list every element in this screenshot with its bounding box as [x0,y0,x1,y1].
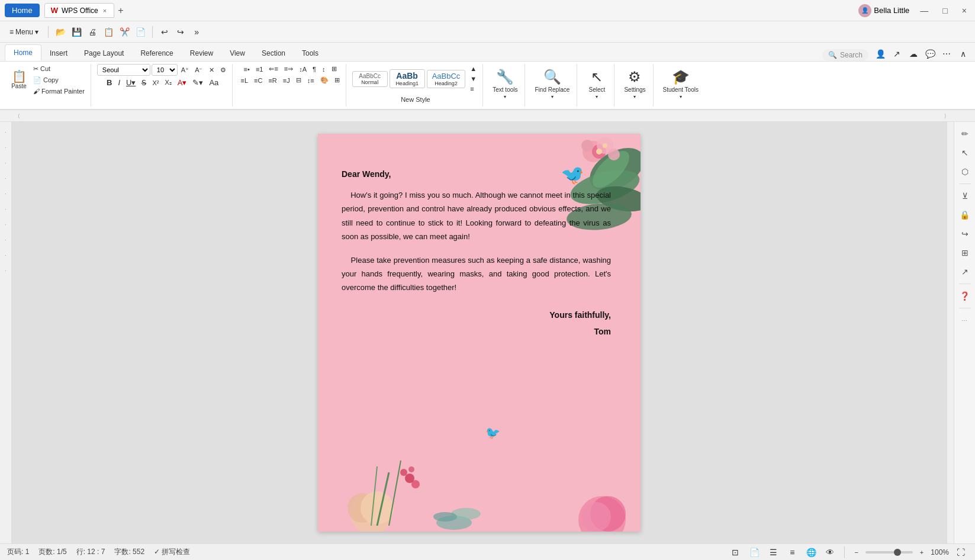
collapse-ribbon-icon[interactable]: ∧ [956,47,970,61]
outline-view-icon[interactable]: ≡ [785,545,799,559]
increase-indent-button[interactable]: ≡⇒ [282,64,295,74]
open-icon[interactable]: 📂 [53,25,67,39]
styles-expand-button[interactable]: ≡ [468,84,479,94]
filter-sidebar-icon[interactable]: ⊻ [957,188,973,204]
tab-review[interactable]: Review [182,46,221,61]
strikethrough-button[interactable]: S̶ [139,77,149,88]
font-color-button[interactable]: A▾ [175,77,189,88]
font-aa-button[interactable]: Aa [207,77,221,88]
more-sidebar-icon[interactable]: ⋯ [957,312,973,329]
focus-mode-icon[interactable]: 👁 [823,545,837,559]
cut-button[interactable]: ✂ Cut [31,64,87,74]
zoom-in-button[interactable]: + [918,548,926,557]
lock-sidebar-icon[interactable]: 🔒 [957,207,973,223]
select-sidebar-icon[interactable]: ↖ [957,144,973,161]
search-box[interactable]: 🔍 Search [822,49,868,61]
cut-icon[interactable]: ✂️ [117,25,131,39]
align-left-button[interactable]: ≡L [239,76,251,85]
maximize-button[interactable]: □ [939,5,951,17]
minimize-button[interactable]: — [916,5,932,17]
styles-down-button[interactable]: ▼ [468,74,479,83]
edit-sidebar-icon[interactable]: ✏ [957,125,973,142]
more-font-button[interactable]: ⚙ [218,65,229,75]
new-tab-button[interactable]: + [118,5,123,16]
redo-icon[interactable]: ↪ [173,25,188,39]
decrease-indent-button[interactable]: ⇐≡ [266,64,280,74]
undo-icon[interactable]: ↩ [157,25,172,39]
font-grow-button[interactable]: A⁺ [179,65,191,75]
highlight-color-button[interactable]: ✎▾ [190,77,205,88]
bold-button[interactable]: B [104,77,114,88]
superscript-button[interactable]: X² [150,78,161,88]
close-window-button[interactable]: × [958,5,970,17]
tab-view[interactable]: View [221,46,253,61]
zoom-out-button[interactable]: − [852,548,860,557]
column-button[interactable]: ⊟ [294,75,304,85]
settings-button[interactable]: ⚙ Settings ▾ [620,64,649,104]
read-view-icon[interactable]: ☰ [766,545,780,559]
table-borders-button[interactable]: ⊞ [332,75,342,85]
cloud-icon[interactable]: ☁ [906,47,921,61]
tab-section[interactable]: Section [253,46,294,61]
share-icon[interactable]: ↗ [890,47,904,61]
normal-view-icon[interactable]: ⊡ [728,545,742,559]
show-hide-button[interactable]: ¶ [310,65,318,74]
justify-button[interactable]: ≡J [281,76,292,85]
chat-icon[interactable]: 💬 [923,47,937,61]
paste-button[interactable]: 📋 Paste [8,69,30,91]
font-size-select[interactable]: 10 12 14 16 [152,64,178,76]
vertical-scrollbar[interactable] [947,122,954,543]
web-view-icon[interactable]: 🌐 [804,545,818,559]
copy-icon[interactable]: 📄 [133,25,147,39]
more-quick-icon[interactable]: » [189,25,204,39]
line-spacing-button[interactable]: ↕ [320,65,328,74]
new-style-button[interactable]: New Style [398,95,433,104]
align-center-button[interactable]: ≡C [252,76,265,85]
tab-page-layout[interactable]: Page Layout [76,46,132,61]
paste-quick-icon[interactable]: 📋 [101,25,115,39]
find-replace-button[interactable]: 🔍 Find Replace ▾ [531,64,573,104]
line-spacing2-button[interactable]: ↕≡ [305,76,317,85]
bullets-button[interactable]: ≡• [242,65,252,74]
indent-sidebar-icon[interactable]: ↪ [957,226,973,242]
select-button[interactable]: ↖ Select ▾ [583,64,610,104]
tab-reference[interactable]: Reference [132,46,181,61]
shading-button[interactable]: 🎨 [318,75,331,85]
format-painter-button[interactable]: 🖌 Format Painter [31,86,87,96]
subscript-button[interactable]: X₂ [162,78,173,88]
text-tools-button[interactable]: 🔧 Text tools ▾ [489,64,521,104]
tab-tools[interactable]: Tools [294,46,327,61]
tab-insert[interactable]: Insert [41,46,76,61]
clear-format-button[interactable]: ✕ [207,65,217,75]
share-sidebar-icon[interactable]: ↗ [957,263,973,280]
sort-button[interactable]: ↕A [297,65,309,74]
italic-button[interactable]: I [115,77,123,88]
print-icon[interactable]: 🖨 [85,25,99,39]
home-button[interactable]: Home [5,4,40,17]
more-icon[interactable]: ⋯ [939,47,954,61]
table-sidebar-icon[interactable]: ⊞ [957,244,973,261]
shapes-sidebar-icon[interactable]: ⬡ [957,163,973,180]
numbering-button[interactable]: ≡1 [253,65,266,74]
spell-check[interactable]: ✓ 拼写检查 [154,547,190,557]
save-icon[interactable]: 💾 [69,25,83,39]
style-heading2[interactable]: AaBbCc Heading2 [427,70,466,88]
zoom-slider[interactable] [865,551,913,553]
menu-button[interactable]: ≡ Home Menu ▾ [5,25,43,38]
font-shrink-button[interactable]: A⁻ [192,65,205,75]
close-tab-button[interactable]: × [102,7,108,14]
style-normal[interactable]: AaBbCc Normal [352,71,388,87]
account-icon[interactable]: 👤 [873,47,887,61]
student-tools-button[interactable]: 🎓 Student Tools ▾ [659,64,702,104]
page-view-icon[interactable]: 📄 [747,545,761,559]
align-right-button[interactable]: ≡R [266,76,279,85]
copy-button[interactable]: 📄 Copy [31,75,87,85]
document-tab[interactable]: W WPS Office × [44,3,115,18]
borders-button[interactable]: ⊞ [329,64,339,74]
underline-button[interactable]: U▾ [124,77,138,88]
style-heading1[interactable]: AaBb Heading1 [390,69,425,88]
tab-home[interactable]: Home [5,44,41,61]
styles-up-button[interactable]: ▲ [468,64,479,73]
help-sidebar-icon[interactable]: ❓ [957,288,973,304]
fullscreen-icon[interactable]: ⛶ [954,545,968,559]
